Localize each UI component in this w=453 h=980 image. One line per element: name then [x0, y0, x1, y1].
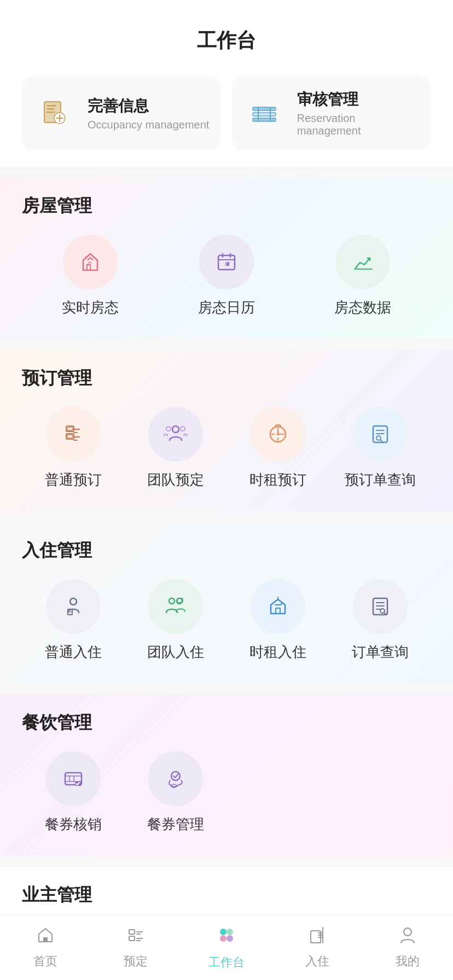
team-reservation-label: 团队预定: [147, 470, 204, 489]
room-management-grid: 实时房态 7 房态日历: [22, 235, 431, 317]
nav-item-reservation[interactable]: 预定: [91, 925, 182, 970]
svg-rect-68: [129, 930, 135, 934]
bottom-nav: 首页 预定 工作台: [0, 914, 453, 980]
reservation-nav-icon: [126, 925, 146, 950]
workbench-nav-label: 工作台: [208, 954, 245, 971]
svg-rect-50: [276, 608, 280, 614]
normal-reservation-item[interactable]: 普通预订: [22, 407, 124, 489]
svg-rect-1: [47, 105, 56, 107]
realtime-status-icon: [63, 235, 118, 289]
normal-reservation-label: 普通预订: [45, 470, 102, 489]
realtime-status-label: 实时房态: [62, 298, 119, 317]
complete-info-card[interactable]: 完善信息 Occupancy management: [22, 76, 221, 150]
normal-checkin-item[interactable]: 普通入住: [22, 579, 124, 662]
svg-point-77: [226, 935, 233, 942]
reservation-management-grid: 普通预订 团队预定: [22, 407, 431, 489]
room-data-label: 房态数据: [334, 298, 391, 317]
order-query-item[interactable]: 订单查询: [329, 579, 431, 662]
room-management-section: 房屋管理 实时房态: [0, 178, 453, 339]
checkin-nav-icon: [307, 925, 327, 950]
complete-info-icon: [33, 91, 77, 135]
reservation-query-icon: [353, 407, 408, 462]
order-query-label: 订单查询: [352, 643, 409, 662]
reservation-nav-label: 预定: [124, 953, 148, 970]
team-checkin-item[interactable]: 团队入住: [124, 579, 226, 662]
svg-point-46: [169, 598, 175, 604]
svg-point-74: [220, 929, 226, 935]
page-title: 工作台: [0, 27, 453, 54]
approval-icon: [243, 91, 286, 135]
reservation-management-title: 预订管理: [22, 366, 431, 390]
svg-point-65: [171, 772, 180, 780]
approval-text: 审核管理 Reservation management: [297, 89, 420, 137]
svg-point-37: [277, 433, 279, 435]
complete-info-cn-label: 完善信息: [88, 96, 209, 116]
workbench-nav-icon: [216, 924, 237, 951]
header: 工作台: [0, 0, 453, 65]
home-nav-icon: [36, 925, 55, 950]
team-reservation-item[interactable]: 团队预定: [124, 407, 226, 489]
room-data-icon: [335, 235, 390, 289]
approval-card[interactable]: 审核管理 Reservation management: [232, 76, 431, 150]
coupon-cancel-label: 餐券核销: [45, 815, 102, 834]
normal-checkin-label: 普通入住: [45, 643, 102, 662]
svg-rect-3: [47, 112, 55, 113]
nav-item-mine[interactable]: 我的: [362, 925, 453, 970]
realtime-status-item[interactable]: 实时房态: [22, 235, 158, 317]
mine-nav-icon: [398, 925, 417, 950]
approval-en-label: Reservation management: [297, 112, 420, 137]
svg-rect-7: [253, 107, 276, 110]
room-management-title: 房屋管理: [22, 194, 431, 218]
coupon-cancel-icon: [46, 751, 101, 806]
nav-item-workbench[interactable]: 工作台: [181, 924, 272, 971]
complete-info-text: 完善信息 Occupancy management: [88, 96, 209, 131]
checkin-management-section: 入住管理 普通入住: [0, 522, 453, 684]
svg-rect-9: [253, 118, 276, 121]
reservation-query-label: 预订单查询: [345, 470, 416, 489]
nav-item-home[interactable]: 首页: [0, 925, 91, 970]
top-cards-container: 完善信息 Occupancy management 审核管理 Reservati…: [0, 65, 453, 167]
dining-management-section: 餐饮管理 餐券核销: [0, 695, 453, 856]
order-query-icon: [353, 579, 408, 634]
complete-info-en-label: Occupancy management: [88, 119, 209, 131]
svg-point-29: [166, 427, 171, 431]
dining-management-grid: 餐券核销 餐券管理: [22, 751, 431, 834]
owner-management-title: 业主管理: [22, 883, 431, 907]
reservation-query-item[interactable]: 预订单查询: [329, 407, 431, 489]
reservation-management-section: 预订管理 普通预订: [0, 350, 453, 511]
dining-management-title: 餐饮管理: [22, 711, 431, 735]
normal-reservation-icon: [46, 407, 101, 462]
coupon-manage-icon: [148, 751, 203, 806]
svg-point-27: [172, 426, 179, 433]
svg-point-76: [220, 935, 226, 942]
team-checkin-label: 团队入住: [147, 643, 204, 662]
normal-checkin-icon: [46, 579, 101, 634]
coupon-cancel-item[interactable]: 餐券核销: [22, 751, 124, 834]
hourly-reservation-icon: [251, 407, 305, 462]
nav-item-checkin[interactable]: 入住: [272, 925, 363, 970]
hourly-reservation-label: 时租预订: [249, 470, 306, 489]
hourly-checkin-label: 时租入住: [249, 643, 306, 662]
room-calendar-icon: 7: [199, 235, 254, 289]
svg-rect-67: [43, 937, 48, 942]
coupon-manage-item[interactable]: 餐券管理: [124, 751, 226, 834]
checkin-management-title: 入住管理: [22, 539, 431, 563]
svg-point-83: [404, 928, 411, 936]
svg-point-28: [181, 427, 185, 431]
room-calendar-label: 房态日历: [198, 298, 255, 317]
checkin-nav-label: 入住: [305, 953, 329, 970]
home-nav-label: 首页: [33, 953, 57, 970]
svg-rect-8: [253, 113, 276, 116]
room-data-item[interactable]: 房态数据: [295, 235, 431, 317]
svg-line-42: [380, 440, 382, 442]
hourly-checkin-item[interactable]: 时租入住: [226, 579, 329, 662]
svg-point-43: [70, 598, 77, 605]
svg-rect-20: [67, 427, 73, 430]
hourly-reservation-item[interactable]: 时租预订: [226, 407, 329, 489]
team-checkin-icon: [148, 579, 203, 634]
mine-nav-label: 我的: [396, 953, 420, 970]
svg-rect-69: [129, 936, 135, 941]
svg-text:7: 7: [225, 262, 228, 266]
approval-cn-label: 审核管理: [297, 89, 420, 110]
room-calendar-item[interactable]: 7 房态日历: [158, 235, 294, 317]
